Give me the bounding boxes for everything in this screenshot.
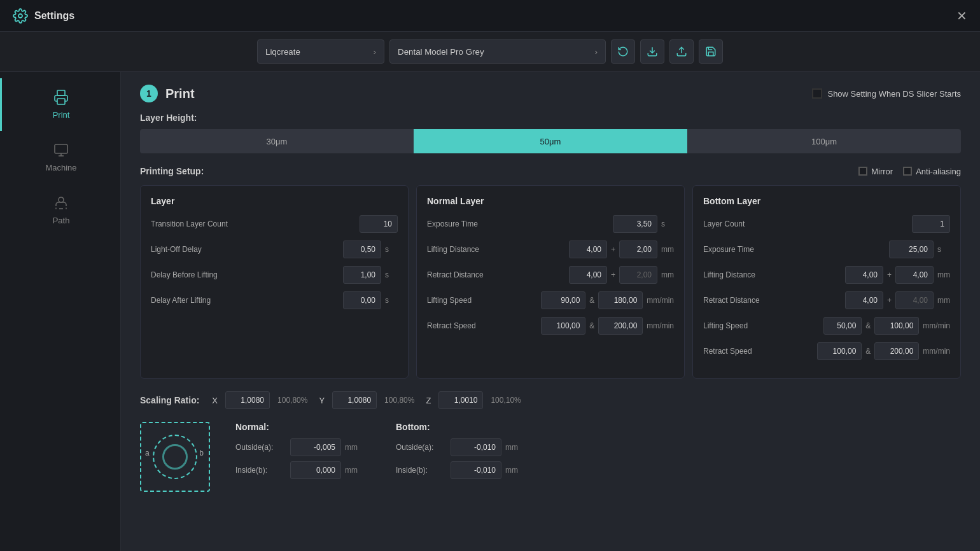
content-area: 1 Print Show Setting When DS Slicer Star… (121, 72, 980, 551)
lifting-speed-input2[interactable] (598, 291, 643, 309)
title-bar: Settings ✕ (0, 0, 980, 32)
layer-50-button[interactable]: 50μm (414, 129, 687, 153)
normal-inside-input[interactable] (290, 461, 341, 479)
retract-distance-input2[interactable] (619, 266, 657, 284)
retract-speed-input2[interactable] (598, 317, 643, 335)
print-icon (53, 90, 69, 105)
sidebar-item-machine[interactable]: Machine (0, 131, 120, 184)
exposure-time-input[interactable] (613, 215, 657, 233)
lifting-speed-label: Lifting Speed (427, 296, 537, 305)
z-scale-pct: 100,10% (491, 396, 521, 405)
lightoff-delay-input[interactable] (343, 241, 381, 258)
retract-speed-row: Retract Speed & mm/min (427, 317, 674, 335)
reset-button[interactable] (611, 39, 635, 64)
lifting-distance-sep: + (611, 245, 615, 254)
preview-label-a: a (145, 449, 150, 457)
bottom-offset-group: Bottom: Outside(a): mm Inside(b): mm (396, 422, 518, 484)
lifting-distance-input1[interactable] (569, 241, 607, 258)
preview-label-b: b (199, 449, 204, 457)
y-scale-pct: 100,80% (384, 396, 414, 405)
bottom-lifting-label: Lifting Distance (703, 270, 841, 279)
z-scale-input[interactable] (438, 391, 483, 409)
retract-distance-row: Retract Distance + mm (427, 266, 674, 284)
lifting-distance-unit: mm (661, 245, 674, 254)
sidebar-item-print[interactable]: Print (0, 78, 120, 131)
bottom-retract-unit: mm (937, 296, 950, 305)
y-scale-input[interactable] (332, 391, 377, 409)
layer-30-button[interactable]: 30μm (140, 129, 414, 153)
main-layout: Print Machine Path (0, 72, 980, 551)
printing-setup-header: Printing Setup: Mirror Anti-aliasing (140, 166, 961, 176)
x-scale-input[interactable] (225, 391, 270, 409)
bottom-liftspeed-label: Lifting Speed (703, 321, 820, 330)
bottom-retract-input2[interactable] (895, 291, 934, 309)
antialiasing-label: Anti-aliasing (916, 167, 961, 176)
transition-layer-row: Transition Layer Count (151, 215, 398, 233)
show-setting-label: Show Setting When DS Slicer Starts (827, 89, 961, 99)
mirror-label: Mirror (871, 167, 893, 176)
bottom-outside-input[interactable] (451, 438, 501, 456)
normal-offset-title: Normal: (235, 422, 358, 432)
material-chevron: › (595, 47, 598, 57)
layer-100-button[interactable]: 100μm (687, 129, 961, 153)
sidebar-item-path[interactable]: Path (0, 184, 120, 237)
bottom-retract-sep: + (887, 296, 892, 305)
import-button[interactable] (640, 39, 664, 64)
retract-distance-input1[interactable] (569, 266, 607, 284)
material-dropdown[interactable]: Dental Model Pro Grey › (389, 39, 606, 64)
bottom-liftspeed-input1[interactable] (823, 317, 862, 335)
lifting-distance-input2[interactable] (619, 241, 657, 258)
normal-outside-label: Outside(a): (235, 443, 286, 452)
lightoff-delay-label: Light-Off Delay (151, 245, 339, 254)
manufacturer-label: Liqcreate (265, 47, 300, 57)
bottom-lifting-unit: mm (937, 270, 950, 279)
y-axis-label: Y (319, 396, 325, 405)
bottom-liftspeed-row: Lifting Speed & mm/min (703, 317, 950, 335)
export-icon (676, 46, 687, 57)
normal-layer-card: Normal Layer Exposure Time s Lifting Dis… (416, 185, 685, 379)
retract-speed-sep: & (589, 321, 594, 330)
retract-distance-unit: mm (661, 270, 674, 279)
mirror-checkbox[interactable] (858, 167, 867, 176)
lightoff-unit: s (385, 245, 398, 254)
normal-outside-input[interactable] (290, 438, 341, 456)
delay-after-input[interactable] (343, 291, 381, 309)
bottom-retract-label: Retract Distance (703, 296, 841, 305)
delay-after-label: Delay After Lifting (151, 296, 339, 305)
delay-before-row: Delay Before Lifting s (151, 266, 398, 284)
section-title: Print (165, 87, 195, 101)
delay-after-row: Delay After Lifting s (151, 291, 398, 309)
save-button[interactable] (699, 39, 723, 64)
manufacturer-dropdown[interactable]: Liqcreate › (257, 39, 384, 64)
reset-icon (617, 46, 629, 57)
bottom-retractspeed-input2[interactable] (874, 342, 919, 360)
bottom-lifting-input1[interactable] (845, 266, 883, 284)
close-button[interactable]: ✕ (956, 10, 967, 22)
retract-speed-input1[interactable] (541, 317, 585, 335)
bottom-count-input[interactable] (912, 215, 950, 233)
export-button[interactable] (669, 39, 694, 64)
antialiasing-checkbox[interactable] (903, 167, 912, 176)
bottom-retractspeed-input1[interactable] (817, 342, 862, 360)
bottom-retract-input1[interactable] (845, 291, 883, 309)
lifting-speed-input1[interactable] (541, 291, 585, 309)
x-scale-pct: 100,80% (277, 396, 307, 405)
save-icon (705, 46, 717, 57)
lifting-speed-row: Lifting Speed & mm/min (427, 291, 674, 309)
sidebar: Print Machine Path (0, 72, 121, 551)
delay-before-input[interactable] (343, 266, 381, 284)
bottom-liftspeed-input2[interactable] (874, 317, 919, 335)
lifting-speed-sep: & (589, 296, 594, 305)
bottom-lifting-input2[interactable] (895, 266, 934, 284)
bottom-exposure-input[interactable] (889, 241, 934, 258)
bottom-lifting-row: Lifting Distance + mm (703, 266, 950, 284)
exposure-time-unit: s (661, 220, 674, 228)
bottom-outside-label: Outside(a): (396, 443, 447, 452)
mirror-checkbox-group: Mirror (858, 167, 893, 176)
bottom-inside-input[interactable] (451, 461, 501, 479)
show-setting-checkbox[interactable] (812, 88, 822, 99)
printing-setup-title: Printing Setup: (140, 166, 204, 176)
toolbar: Liqcreate › Dental Model Pro Grey › (0, 32, 980, 72)
transition-layer-input[interactable] (360, 215, 398, 233)
lifting-speed-unit: mm/min (647, 296, 674, 305)
